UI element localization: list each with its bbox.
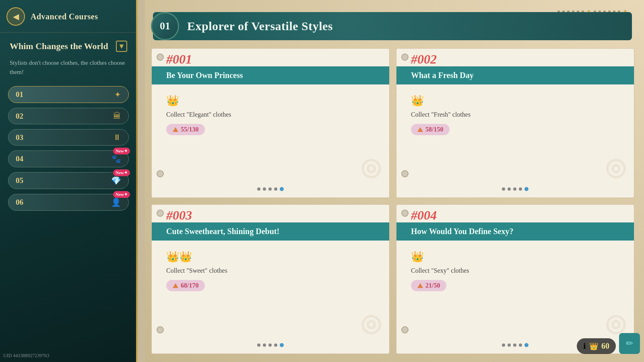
chapter-number: 02 [16, 112, 28, 121]
card-crowns-002: 👑 [411, 95, 424, 107]
section-number-badge: 01 [151, 12, 179, 40]
card-title-002: What a Fresh Day [411, 70, 627, 80]
new-badge-05: New✦ [113, 169, 130, 176]
card-title-bar-003: Cute Sweetheart, Shining Debut! [152, 222, 389, 241]
back-icon: ◀ [13, 12, 19, 21]
currency-bar: ℹ 👑 60 [577, 338, 616, 354]
chapter-button-04[interactable]: 04 🐾 New✦ [8, 150, 129, 167]
chapter-button-01[interactable]: 01 ✦ [8, 86, 129, 103]
course-description: Stylists don't choose clothes, the cloth… [0, 55, 137, 84]
card-crowns-001: 👑 [166, 95, 179, 107]
chapter-number: 01 [16, 90, 28, 99]
dot [519, 187, 522, 191]
chapter-button-06[interactable]: 06 👤 New✦ [8, 194, 129, 211]
chapter-icon-05: 💎 [111, 176, 121, 185]
edit-button[interactable]: ✏ [619, 333, 640, 354]
chevron-down-icon: ▼ [116, 41, 127, 52]
dot-active [524, 187, 528, 191]
sidebar: ◀ Advanced Courses Whim Changes the Worl… [0, 0, 137, 362]
card-body-001: 👑 Collect "Elegant" clothes 55/130 [152, 89, 389, 197]
card-002[interactable]: ◎ #002 What a Fresh Day 👑 Collect "Fresh… [396, 48, 634, 198]
dot [519, 343, 522, 347]
dot [513, 343, 516, 347]
back-button[interactable]: ◀ [6, 7, 25, 26]
card-number-002: #002 [411, 52, 437, 67]
card-number-004: #004 [411, 208, 437, 223]
chapter-button-05[interactable]: 05 💎 New✦ [8, 172, 129, 189]
progress-triangle-icon [417, 127, 423, 132]
dot-active [524, 343, 528, 347]
dot [508, 343, 511, 347]
chapter-icon-03: ⏸ [113, 133, 121, 142]
chapter-number: 03 [16, 133, 28, 142]
chapter-button-03[interactable]: 03 ⏸ [8, 129, 129, 146]
chapter-number: 06 [16, 198, 28, 207]
card-progress-001: 55/130 [166, 124, 205, 135]
chapter-number: 04 [16, 154, 28, 163]
course-category-dropdown[interactable]: Whim Changes the World ▼ [0, 33, 137, 55]
dot [257, 187, 260, 191]
dot [263, 343, 266, 347]
edit-icon: ✏ [626, 338, 633, 349]
dot [263, 187, 266, 191]
chapter-icon-06: 👤 [111, 197, 121, 207]
card-requirement-002: Collect "Fresh" clothes [411, 111, 471, 118]
new-badge-04: New✦ [113, 148, 130, 154]
card-body-003: 👑👑 Collect "Sweet" clothes 68/170 [152, 245, 389, 354]
dot [257, 343, 260, 347]
card-requirement-003: Collect "Sweet" clothes [166, 267, 227, 274]
card-dots-001 [257, 187, 284, 191]
card-body-004: 👑 Collect "Sexy" clothes 21/50 [396, 245, 634, 354]
currency-crown-icon: 👑 [589, 342, 598, 351]
progress-value-003: 68/170 [181, 282, 198, 289]
dot [508, 187, 511, 191]
course-category-title: Whim Changes the World [10, 41, 108, 51]
dot [513, 187, 516, 191]
section-title: Explorer of Versatile Styles [179, 14, 341, 39]
chapter-icon-04: 🐾 [111, 154, 121, 164]
card-title-bar-002: What a Fresh Day [396, 66, 634, 84]
card-title-001: Be Your Own Princess [166, 70, 383, 80]
chapter-list: 01 ✦ 02 🏛 03 ⏸ 04 🐾 New✦ 05 💎 New✦ 06 👤 … [0, 84, 137, 213]
progress-value-001: 55/130 [181, 126, 198, 133]
chapter-number: 05 [16, 176, 28, 185]
progress-value-004: 21/50 [425, 282, 440, 289]
chapter-button-02[interactable]: 02 🏛 [8, 108, 129, 124]
cards-grid: ◎ #001 Be Your Own Princess 👑 Collect "E… [145, 48, 644, 362]
main-content: ✦ ★ 01 Explorer of Versatile Styles ◎ #0… [145, 0, 644, 362]
dot [268, 343, 272, 347]
progress-value-002: 58/150 [425, 126, 443, 133]
card-number-001: #001 [166, 52, 192, 67]
card-progress-003: 68/170 [166, 280, 205, 291]
currency-amount: 60 [601, 341, 609, 351]
card-dots-004 [502, 343, 528, 347]
card-requirement-001: Collect "Elegant" clothes [166, 111, 231, 118]
sidebar-title: Advanced Courses [31, 12, 98, 21]
chapter-icon-02: 🏛 [113, 111, 121, 121]
card-progress-004: 21/50 [411, 280, 446, 291]
card-004[interactable]: ◎ #004 How Would You Define Sexy? 👑 Coll… [396, 204, 634, 354]
sidebar-header: ◀ Advanced Courses [0, 0, 137, 33]
card-progress-002: 58/150 [411, 124, 450, 135]
chapter-icon-01: ✦ [114, 90, 121, 99]
card-crowns-003: 👑👑 [166, 251, 192, 263]
card-crowns-004: 👑 [411, 251, 424, 263]
info-icon: ℹ [583, 342, 586, 351]
dot [274, 343, 277, 347]
progress-triangle-icon [173, 127, 178, 132]
dot [274, 187, 277, 191]
card-title-bar-001: Be Your Own Princess [152, 66, 389, 84]
card-dots-002 [502, 187, 528, 191]
card-title-bar-004: How Would You Define Sexy? [396, 222, 634, 241]
card-body-002: 👑 Collect "Fresh" clothes 58/150 [396, 89, 634, 197]
progress-triangle-icon [417, 283, 423, 288]
progress-triangle-icon [173, 283, 178, 288]
dot [502, 187, 505, 191]
dot-active [280, 187, 284, 191]
section-header: 01 Explorer of Versatile Styles [153, 12, 632, 40]
card-003[interactable]: ◎ #003 Cute Sweetheart, Shining Debut! 👑… [151, 204, 390, 354]
card-title-003: Cute Sweetheart, Shining Debut! [166, 226, 383, 237]
new-badge-06: New✦ [113, 191, 130, 198]
card-title-004: How Would You Define Sexy? [411, 226, 627, 237]
card-001[interactable]: ◎ #001 Be Your Own Princess 👑 Collect "E… [151, 48, 390, 198]
